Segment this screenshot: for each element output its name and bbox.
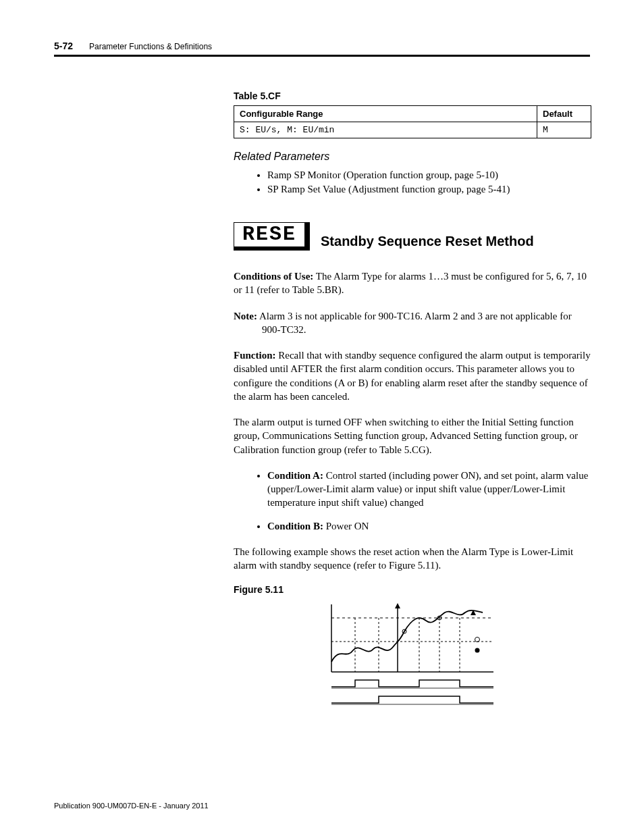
segment-display-icon: RESE	[234, 222, 310, 251]
paragraph: The alarm output is turned OFF when swit…	[234, 415, 591, 457]
timing-diagram-icon	[318, 598, 507, 712]
bold-label: Condition B:	[267, 521, 323, 531]
col-range: Configurable Range	[234, 106, 537, 122]
list-item: Condition A: Control started (including …	[267, 469, 591, 510]
section-title: Standby Sequence Reset Method	[321, 234, 534, 251]
bold-label: Condition A:	[267, 470, 323, 481]
bold-label: Conditions of Use:	[234, 271, 313, 282]
related-list: Ramp SP Monitor (Operation function grou…	[267, 170, 591, 195]
publication-footer: Publication 900-UM007D-EN-E - January 20…	[54, 802, 209, 810]
page-number: 5-72	[54, 41, 73, 51]
figure-caption: Figure 5.11	[234, 584, 591, 595]
list-item: SP Ramp Set Value (Adjustment function g…	[267, 184, 591, 195]
figure-511	[234, 598, 591, 712]
page-header: 5-72 Parameter Functions & Definitions	[54, 41, 590, 57]
paragraph: The following example shows the reset ac…	[234, 545, 591, 573]
text: Power ON	[323, 521, 369, 531]
section-header: RESE Standby Sequence Reset Method	[234, 222, 591, 251]
table-caption: Table 5.CF	[234, 90, 591, 101]
note: Note: Alarm 3 is not applicable for 900-…	[234, 309, 591, 337]
bold-label: Function:	[234, 350, 276, 361]
text: Recall that with standby sequence config…	[234, 350, 591, 402]
chapter-title: Parameter Functions & Definitions	[89, 42, 212, 51]
bold-label: Note:	[234, 311, 257, 321]
svg-marker-10	[395, 603, 400, 608]
svg-point-15	[475, 648, 480, 653]
list-item: Condition B: Power ON	[267, 519, 591, 533]
conditions-of-use: Conditions of Use: The Alarm Type for al…	[234, 269, 591, 297]
function-paragraph: Function: Recall that with standby seque…	[234, 348, 591, 403]
text: Alarm 3 is not applicable for 900-TC16. …	[257, 311, 572, 335]
cell-default: M	[537, 122, 591, 138]
conditions-list: Condition A: Control started (including …	[267, 469, 591, 533]
table-cf: Configurable Range Default S: EU/s, M: E…	[234, 105, 591, 138]
svg-point-14	[475, 637, 480, 642]
table-row: S: EU/s, M: EU/min M	[234, 122, 591, 138]
col-default: Default	[537, 106, 591, 122]
cell-range: S: EU/s, M: EU/min	[234, 122, 537, 138]
related-heading: Related Parameters	[234, 151, 591, 163]
list-item: Ramp SP Monitor (Operation function grou…	[267, 170, 591, 181]
